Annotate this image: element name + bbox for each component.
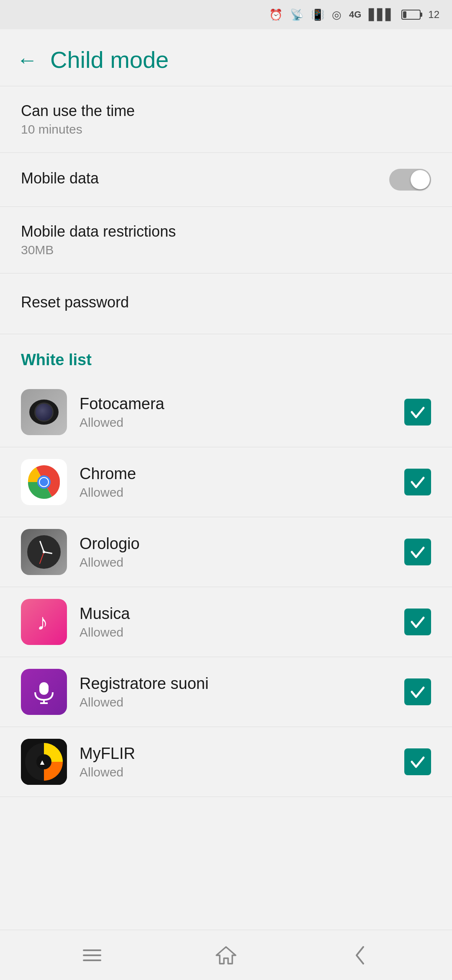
mobile-data-toggle[interactable] — [389, 169, 431, 191]
location-icon: ◎ — [332, 8, 342, 21]
musica-checkbox[interactable] — [404, 609, 431, 635]
fotocamera-checkbox[interactable] — [404, 399, 431, 426]
toggle-knob — [411, 170, 430, 189]
bluetooth-icon: 📡 — [290, 8, 303, 21]
fotocamera-info: Fotocamera Allowed — [80, 395, 392, 430]
network-icon: 4G — [349, 9, 361, 20]
status-bar: ⏰ 📡 📳 ◎ 4G ▋▋▋ 12 — [0, 0, 452, 29]
reset-password-row[interactable]: Reset password — [0, 273, 452, 334]
whitelist-section-header: White list — [0, 334, 452, 377]
chrome-checkbox[interactable] — [404, 469, 431, 495]
app-item-chrome[interactable]: Chrome Allowed — [0, 447, 452, 517]
registratore-info: Registratore suoni Allowed — [80, 675, 392, 709]
myflir-checkbox[interactable] — [404, 748, 431, 775]
app-item-myflir[interactable]: ▲ MyFLIR Allowed — [0, 727, 452, 797]
orologio-name: Orologio — [80, 535, 392, 553]
vibrate-icon: 📳 — [311, 8, 324, 21]
reset-password-label: Reset password — [21, 294, 431, 311]
myflir-info: MyFLIR Allowed — [80, 745, 392, 779]
musica-icon: ♪ — [21, 599, 67, 645]
svg-point-3 — [40, 478, 48, 486]
fotocamera-status: Allowed — [80, 415, 392, 430]
fotocamera-name: Fotocamera — [80, 395, 392, 413]
whitelist-title: White list — [21, 351, 92, 369]
mobile-data-row[interactable]: Mobile data — [0, 153, 452, 207]
mobile-data-restrictions-value: 30MB — [21, 243, 431, 257]
mobile-data-restrictions-label: Mobile data restrictions — [21, 223, 431, 240]
nav-menu-button[interactable] — [75, 939, 109, 972]
chrome-status: Allowed — [80, 485, 392, 500]
registratore-status: Allowed — [80, 695, 392, 709]
page-title: Child mode — [50, 46, 169, 73]
musica-status: Allowed — [80, 625, 392, 640]
nav-back-button[interactable] — [343, 939, 377, 972]
nav-bar — [0, 930, 452, 980]
mobile-data-restrictions-row[interactable]: Mobile data restrictions 30MB — [0, 207, 452, 273]
app-item-fotocamera[interactable]: Fotocamera Allowed — [0, 377, 452, 447]
nav-home-button[interactable] — [209, 939, 243, 972]
mobile-data-label: Mobile data — [21, 170, 99, 187]
myflir-status: Allowed — [80, 765, 392, 779]
musica-name: Musica — [80, 605, 392, 623]
registratore-icon — [21, 669, 67, 715]
content-area: Can use the time 10 minutes Mobile data … — [0, 86, 452, 930]
can-use-time-value: 10 minutes — [21, 122, 431, 137]
header: ← Child mode — [0, 29, 452, 86]
musica-info: Musica Allowed — [80, 605, 392, 640]
fotocamera-icon — [21, 389, 67, 435]
alarm-icon: ⏰ — [269, 8, 282, 21]
back-button[interactable]: ← — [17, 49, 38, 70]
svg-text:♪: ♪ — [37, 609, 48, 634]
orologio-info: Orologio Allowed — [80, 535, 392, 570]
svg-text:▲: ▲ — [39, 758, 46, 766]
svg-rect-5 — [39, 682, 49, 695]
app-item-registratore[interactable]: Registratore suoni Allowed — [0, 657, 452, 727]
battery-number: 12 — [428, 9, 439, 21]
can-use-time-label: Can use the time — [21, 102, 431, 120]
signal-icon: ▋▋▋ — [369, 8, 394, 21]
chrome-name: Chrome — [80, 465, 392, 483]
orologio-status: Allowed — [80, 555, 392, 570]
app-item-orologio[interactable]: Orologio Allowed — [0, 517, 452, 587]
orologio-checkbox[interactable] — [404, 539, 431, 565]
battery-icon — [401, 10, 421, 20]
registratore-checkbox[interactable] — [404, 678, 431, 705]
chrome-icon — [21, 459, 67, 505]
can-use-time-row[interactable]: Can use the time 10 minutes — [0, 86, 452, 153]
chrome-info: Chrome Allowed — [80, 465, 392, 500]
registratore-name: Registratore suoni — [80, 675, 392, 693]
orologio-icon — [21, 529, 67, 575]
myflir-icon: ▲ — [21, 739, 67, 785]
myflir-name: MyFLIR — [80, 745, 392, 763]
app-item-musica[interactable]: ♪ Musica Allowed — [0, 587, 452, 657]
svg-marker-14 — [216, 947, 236, 964]
